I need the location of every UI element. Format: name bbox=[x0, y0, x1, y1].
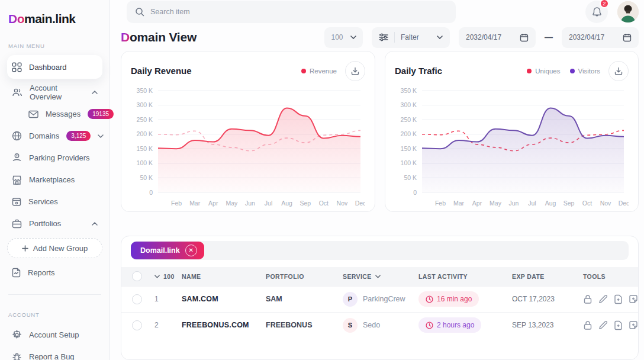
chart-plot-area[interactable]: 350 K300 K250 K200 K150 K100 K50 K0FebMa… bbox=[395, 85, 629, 209]
service-initial-badge: S bbox=[343, 318, 358, 333]
search-input[interactable] bbox=[150, 8, 447, 16]
sidebar-item-label: Portfolios bbox=[29, 219, 61, 228]
series-area-fill bbox=[158, 108, 360, 192]
domain-name-cell[interactable]: FREEBONUS.COM bbox=[182, 321, 266, 329]
y-axis-label: 200 K bbox=[401, 130, 417, 137]
date-from-input[interactable]: 2032/04/17 bbox=[459, 27, 536, 48]
lock-icon[interactable] bbox=[583, 320, 593, 330]
sidebar-item-account-setup[interactable]: Account Setup bbox=[7, 324, 102, 346]
row-checkbox[interactable] bbox=[132, 320, 142, 330]
legend-item[interactable]: Revenue bbox=[301, 68, 337, 75]
search-bar[interactable] bbox=[127, 1, 456, 23]
x-axis-label: Oct bbox=[582, 200, 592, 207]
file-plus-icon[interactable] bbox=[614, 294, 623, 304]
sidebar-item-dashboard[interactable]: Dashboard bbox=[7, 55, 102, 79]
x-axis-label: Nov bbox=[337, 200, 348, 207]
exp-date-cell: SEP 13,2023 bbox=[512, 321, 583, 329]
x-axis-label: May bbox=[490, 200, 502, 207]
filter-chip-label: Domail.link bbox=[140, 246, 180, 255]
x-axis-label: Mar bbox=[453, 200, 465, 207]
file-plus-icon[interactable] bbox=[614, 320, 623, 330]
x-axis-label: Oct bbox=[319, 200, 329, 207]
divider bbox=[394, 32, 395, 43]
x-axis-label: Apr bbox=[208, 200, 218, 207]
column-header-last-activity[interactable]: LAST ACTIVITY bbox=[418, 273, 512, 280]
y-axis-label: 300 K bbox=[401, 101, 417, 108]
sidebar-item-label: Dashboard bbox=[29, 63, 67, 72]
download-chart-button[interactable] bbox=[345, 61, 365, 81]
sidebar-item-services[interactable]: Services bbox=[7, 191, 102, 213]
sidebar-item-label: Report a Bug bbox=[29, 352, 75, 360]
chart-header: Daily Trafic UniquesVisitors bbox=[395, 61, 629, 81]
sidebar-item-marketplaces[interactable]: Marketplaces bbox=[7, 169, 102, 191]
sidebar-item-reports[interactable]: Reports bbox=[7, 262, 102, 284]
service-initial-badge: P bbox=[343, 292, 358, 307]
filter-label: Falter bbox=[401, 33, 431, 41]
column-header-exp-date[interactable]: EXP DATE bbox=[512, 273, 583, 280]
edit-pencil-icon[interactable] bbox=[598, 294, 608, 304]
user-avatar[interactable] bbox=[617, 1, 639, 22]
sidebar-item-parking-providers[interactable]: Parking Providers bbox=[7, 147, 102, 169]
per-page-header[interactable]: 100 bbox=[154, 273, 182, 280]
notifications-button[interactable]: 2 bbox=[585, 1, 608, 23]
sliders-icon bbox=[379, 33, 388, 41]
clock-icon bbox=[426, 295, 433, 303]
filter-chip[interactable]: Domail.link ✕ bbox=[131, 242, 204, 259]
main-menu-label: MAIN MENU bbox=[8, 43, 102, 49]
y-axis-label: 100 K bbox=[401, 159, 417, 166]
per-page-value: 100 bbox=[331, 33, 343, 41]
x-axis-label: Feb bbox=[171, 200, 182, 207]
sidebar-item-portfolios[interactable]: Portfolios bbox=[7, 213, 102, 234]
note-add-icon[interactable] bbox=[629, 294, 638, 304]
date-to-input[interactable]: 2032/04/17 bbox=[562, 27, 639, 48]
x-axis-label: Aug bbox=[545, 200, 556, 207]
close-icon[interactable]: ✕ bbox=[185, 245, 197, 256]
download-chart-button[interactable] bbox=[608, 61, 629, 81]
page-title-accent: D bbox=[121, 30, 130, 44]
sidebar-item-domains[interactable]: Domains 3,125 bbox=[7, 125, 102, 147]
y-axis-label: 100 K bbox=[137, 159, 153, 166]
domain-name-cell[interactable]: SAM.COM bbox=[182, 295, 266, 303]
sidebar-item-messages[interactable]: Messages 19135 bbox=[7, 103, 102, 125]
activity-pill: 16 min ago bbox=[418, 291, 479, 307]
lock-icon[interactable] bbox=[583, 294, 593, 304]
y-axis-label: 50 K bbox=[404, 173, 417, 181]
last-activity-cell: 2 hours ago bbox=[418, 317, 512, 333]
chart-plot-area[interactable]: 350 K300 K250 K200 K150 K100 K50 K0FebMa… bbox=[131, 85, 365, 209]
services-box-icon bbox=[12, 197, 21, 207]
sidebar-item-label: Services bbox=[28, 197, 58, 206]
chart-title: Daily Revenue bbox=[131, 66, 192, 76]
filter-dropdown[interactable]: Falter bbox=[372, 27, 450, 48]
x-axis-label: Sep bbox=[300, 200, 311, 207]
sidebar-item-label: Account Setup bbox=[29, 330, 79, 339]
logo-rest: main.link bbox=[24, 12, 76, 25]
y-axis-label: 0 bbox=[149, 188, 153, 195]
x-axis-label: Apr bbox=[472, 200, 482, 207]
sidebar-item-account-overview[interactable]: Account Overview bbox=[7, 81, 102, 103]
exp-date-cell: OCT 17,2023 bbox=[512, 295, 583, 303]
y-axis-label: 150 K bbox=[401, 144, 417, 152]
per-page-select[interactable]: 100 bbox=[324, 27, 363, 48]
service-name: Sedo bbox=[363, 321, 380, 329]
row-checkbox[interactable] bbox=[132, 294, 142, 304]
column-header-portfolio[interactable]: PORTFOLIO bbox=[266, 273, 343, 280]
edit-pencil-icon[interactable] bbox=[598, 320, 608, 330]
y-axis-label: 350 K bbox=[137, 86, 153, 94]
column-header-service[interactable]: SERVICE bbox=[343, 273, 418, 280]
sidebar-item-report-a-bug[interactable]: Report a Bug bbox=[7, 346, 102, 360]
table-row[interactable]: 1 SAM.COM SAM P ParkingCrew 16 min ago O… bbox=[121, 286, 638, 312]
table-row[interactable]: 2 FREEBONUS.COM FREEBONUS S Sedo 2 hours… bbox=[121, 312, 638, 338]
brand-logo[interactable]: Domain.link bbox=[7, 9, 102, 26]
sidebar-divider bbox=[8, 294, 101, 295]
top-bar: 2 bbox=[121, 0, 639, 23]
chevron-down-icon bbox=[98, 134, 104, 138]
sidebar-item-label: Messages bbox=[46, 110, 80, 118]
note-add-icon[interactable] bbox=[629, 320, 638, 330]
activity-text: 16 min ago bbox=[437, 295, 472, 303]
legend-item[interactable]: Visitors bbox=[570, 68, 601, 75]
select-all-checkbox[interactable] bbox=[132, 271, 142, 281]
column-header-name[interactable]: NAME bbox=[182, 273, 266, 280]
add-new-group-button[interactable]: Add New Group bbox=[7, 238, 102, 258]
legend-dot bbox=[570, 69, 575, 73]
legend-item[interactable]: Uniques bbox=[527, 68, 560, 75]
